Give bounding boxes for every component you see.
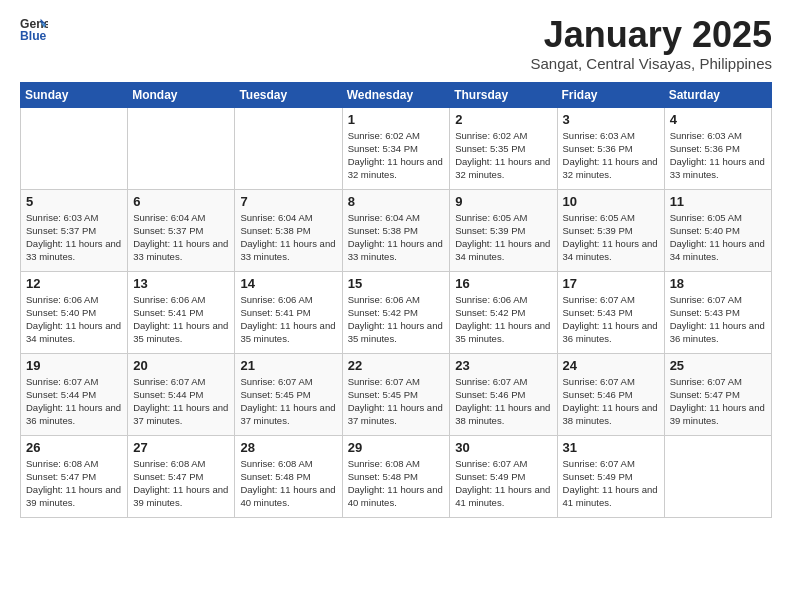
day-number: 7 xyxy=(240,194,336,209)
day-info: Sunrise: 6:07 AM Sunset: 5:45 PM Dayligh… xyxy=(348,375,445,428)
calendar-cell xyxy=(235,107,342,189)
day-info: Sunrise: 6:05 AM Sunset: 5:40 PM Dayligh… xyxy=(670,211,766,264)
calendar-cell: 6Sunrise: 6:04 AM Sunset: 5:37 PM Daylig… xyxy=(128,189,235,271)
calendar-week-2: 5Sunrise: 6:03 AM Sunset: 5:37 PM Daylig… xyxy=(21,189,772,271)
day-info: Sunrise: 6:06 AM Sunset: 5:42 PM Dayligh… xyxy=(348,293,445,346)
day-number: 15 xyxy=(348,276,445,291)
calendar-cell xyxy=(664,435,771,517)
day-info: Sunrise: 6:07 AM Sunset: 5:49 PM Dayligh… xyxy=(455,457,551,510)
location-title: Sangat, Central Visayas, Philippines xyxy=(530,55,772,72)
calendar-table: SundayMondayTuesdayWednesdayThursdayFrid… xyxy=(20,82,772,518)
day-number: 10 xyxy=(563,194,659,209)
weekday-header-tuesday: Tuesday xyxy=(235,82,342,107)
day-info: Sunrise: 6:06 AM Sunset: 5:41 PM Dayligh… xyxy=(133,293,229,346)
page-container: General Blue January 2025 Sangat, Centra… xyxy=(0,0,792,528)
calendar-cell: 30Sunrise: 6:07 AM Sunset: 5:49 PM Dayli… xyxy=(450,435,557,517)
calendar-cell: 29Sunrise: 6:08 AM Sunset: 5:48 PM Dayli… xyxy=(342,435,450,517)
day-number: 28 xyxy=(240,440,336,455)
day-number: 18 xyxy=(670,276,766,291)
day-info: Sunrise: 6:07 AM Sunset: 5:45 PM Dayligh… xyxy=(240,375,336,428)
day-info: Sunrise: 6:08 AM Sunset: 5:47 PM Dayligh… xyxy=(133,457,229,510)
day-info: Sunrise: 6:05 AM Sunset: 5:39 PM Dayligh… xyxy=(455,211,551,264)
day-info: Sunrise: 6:06 AM Sunset: 5:42 PM Dayligh… xyxy=(455,293,551,346)
day-info: Sunrise: 6:08 AM Sunset: 5:48 PM Dayligh… xyxy=(348,457,445,510)
calendar-week-5: 26Sunrise: 6:08 AM Sunset: 5:47 PM Dayli… xyxy=(21,435,772,517)
calendar-cell: 26Sunrise: 6:08 AM Sunset: 5:47 PM Dayli… xyxy=(21,435,128,517)
calendar-cell: 2Sunrise: 6:02 AM Sunset: 5:35 PM Daylig… xyxy=(450,107,557,189)
header: General Blue January 2025 Sangat, Centra… xyxy=(20,15,772,72)
day-info: Sunrise: 6:07 AM Sunset: 5:46 PM Dayligh… xyxy=(563,375,659,428)
calendar-cell: 14Sunrise: 6:06 AM Sunset: 5:41 PM Dayli… xyxy=(235,271,342,353)
weekday-header-saturday: Saturday xyxy=(664,82,771,107)
day-number: 26 xyxy=(26,440,122,455)
day-number: 3 xyxy=(563,112,659,127)
calendar-cell: 4Sunrise: 6:03 AM Sunset: 5:36 PM Daylig… xyxy=(664,107,771,189)
day-info: Sunrise: 6:07 AM Sunset: 5:43 PM Dayligh… xyxy=(670,293,766,346)
calendar-cell xyxy=(21,107,128,189)
day-info: Sunrise: 6:04 AM Sunset: 5:38 PM Dayligh… xyxy=(240,211,336,264)
day-info: Sunrise: 6:08 AM Sunset: 5:47 PM Dayligh… xyxy=(26,457,122,510)
calendar-cell: 20Sunrise: 6:07 AM Sunset: 5:44 PM Dayli… xyxy=(128,353,235,435)
logo: General Blue xyxy=(20,15,48,43)
calendar-week-3: 12Sunrise: 6:06 AM Sunset: 5:40 PM Dayli… xyxy=(21,271,772,353)
day-info: Sunrise: 6:05 AM Sunset: 5:39 PM Dayligh… xyxy=(563,211,659,264)
weekday-header-thursday: Thursday xyxy=(450,82,557,107)
day-number: 23 xyxy=(455,358,551,373)
day-number: 2 xyxy=(455,112,551,127)
calendar-cell: 3Sunrise: 6:03 AM Sunset: 5:36 PM Daylig… xyxy=(557,107,664,189)
calendar-cell xyxy=(128,107,235,189)
title-section: January 2025 Sangat, Central Visayas, Ph… xyxy=(530,15,772,72)
calendar-cell: 13Sunrise: 6:06 AM Sunset: 5:41 PM Dayli… xyxy=(128,271,235,353)
day-info: Sunrise: 6:04 AM Sunset: 5:38 PM Dayligh… xyxy=(348,211,445,264)
day-info: Sunrise: 6:03 AM Sunset: 5:37 PM Dayligh… xyxy=(26,211,122,264)
day-info: Sunrise: 6:02 AM Sunset: 5:34 PM Dayligh… xyxy=(348,129,445,182)
day-number: 14 xyxy=(240,276,336,291)
day-number: 22 xyxy=(348,358,445,373)
day-info: Sunrise: 6:02 AM Sunset: 5:35 PM Dayligh… xyxy=(455,129,551,182)
day-number: 19 xyxy=(26,358,122,373)
day-info: Sunrise: 6:04 AM Sunset: 5:37 PM Dayligh… xyxy=(133,211,229,264)
calendar-cell: 1Sunrise: 6:02 AM Sunset: 5:34 PM Daylig… xyxy=(342,107,450,189)
logo-icon: General Blue xyxy=(20,15,48,43)
day-info: Sunrise: 6:08 AM Sunset: 5:48 PM Dayligh… xyxy=(240,457,336,510)
calendar-cell: 19Sunrise: 6:07 AM Sunset: 5:44 PM Dayli… xyxy=(21,353,128,435)
day-number: 17 xyxy=(563,276,659,291)
day-number: 4 xyxy=(670,112,766,127)
day-number: 29 xyxy=(348,440,445,455)
calendar-cell: 27Sunrise: 6:08 AM Sunset: 5:47 PM Dayli… xyxy=(128,435,235,517)
calendar-cell: 15Sunrise: 6:06 AM Sunset: 5:42 PM Dayli… xyxy=(342,271,450,353)
calendar-cell: 12Sunrise: 6:06 AM Sunset: 5:40 PM Dayli… xyxy=(21,271,128,353)
calendar-cell: 24Sunrise: 6:07 AM Sunset: 5:46 PM Dayli… xyxy=(557,353,664,435)
day-number: 5 xyxy=(26,194,122,209)
day-info: Sunrise: 6:06 AM Sunset: 5:40 PM Dayligh… xyxy=(26,293,122,346)
calendar-cell: 31Sunrise: 6:07 AM Sunset: 5:49 PM Dayli… xyxy=(557,435,664,517)
weekday-header-sunday: Sunday xyxy=(21,82,128,107)
calendar-cell: 21Sunrise: 6:07 AM Sunset: 5:45 PM Dayli… xyxy=(235,353,342,435)
day-number: 12 xyxy=(26,276,122,291)
day-number: 25 xyxy=(670,358,766,373)
calendar-cell: 16Sunrise: 6:06 AM Sunset: 5:42 PM Dayli… xyxy=(450,271,557,353)
weekday-header-monday: Monday xyxy=(128,82,235,107)
calendar-cell: 9Sunrise: 6:05 AM Sunset: 5:39 PM Daylig… xyxy=(450,189,557,271)
weekday-header-friday: Friday xyxy=(557,82,664,107)
calendar-cell: 10Sunrise: 6:05 AM Sunset: 5:39 PM Dayli… xyxy=(557,189,664,271)
day-number: 20 xyxy=(133,358,229,373)
day-info: Sunrise: 6:07 AM Sunset: 5:49 PM Dayligh… xyxy=(563,457,659,510)
day-number: 9 xyxy=(455,194,551,209)
calendar-cell: 22Sunrise: 6:07 AM Sunset: 5:45 PM Dayli… xyxy=(342,353,450,435)
calendar-cell: 25Sunrise: 6:07 AM Sunset: 5:47 PM Dayli… xyxy=(664,353,771,435)
day-number: 11 xyxy=(670,194,766,209)
calendar-week-1: 1Sunrise: 6:02 AM Sunset: 5:34 PM Daylig… xyxy=(21,107,772,189)
day-info: Sunrise: 6:07 AM Sunset: 5:43 PM Dayligh… xyxy=(563,293,659,346)
day-number: 16 xyxy=(455,276,551,291)
day-number: 1 xyxy=(348,112,445,127)
day-info: Sunrise: 6:07 AM Sunset: 5:46 PM Dayligh… xyxy=(455,375,551,428)
day-info: Sunrise: 6:03 AM Sunset: 5:36 PM Dayligh… xyxy=(563,129,659,182)
day-number: 21 xyxy=(240,358,336,373)
month-title: January 2025 xyxy=(530,15,772,55)
day-number: 8 xyxy=(348,194,445,209)
day-info: Sunrise: 6:07 AM Sunset: 5:44 PM Dayligh… xyxy=(26,375,122,428)
day-number: 24 xyxy=(563,358,659,373)
weekday-header-row: SundayMondayTuesdayWednesdayThursdayFrid… xyxy=(21,82,772,107)
calendar-cell: 23Sunrise: 6:07 AM Sunset: 5:46 PM Dayli… xyxy=(450,353,557,435)
